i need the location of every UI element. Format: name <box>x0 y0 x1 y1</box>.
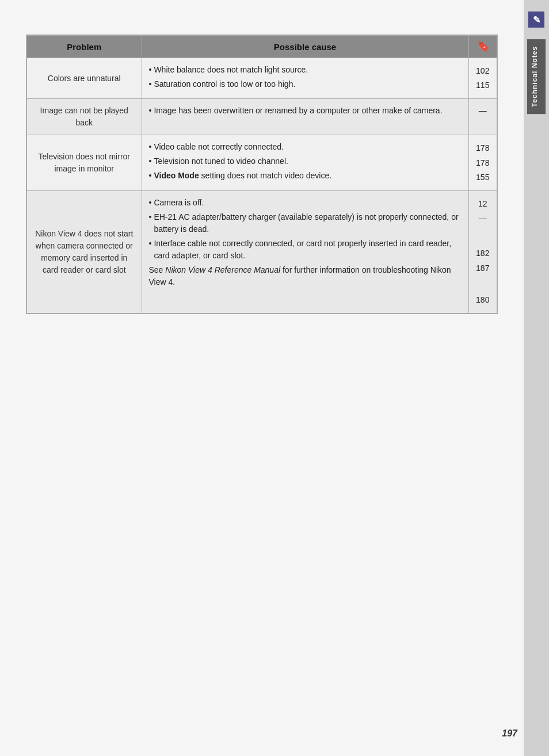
table-row: Image can not be played back • Image has… <box>26 99 497 135</box>
cause-item: • Camera is off. <box>149 197 462 209</box>
svg-text:🔖: 🔖 <box>477 40 490 52</box>
bullet-icon: • <box>149 197 152 209</box>
cause-item: • Image has been overwritten or renamed … <box>149 105 462 117</box>
bullet-icon: • <box>149 211 152 223</box>
problem-cell-1: Colors are unnatural <box>26 58 142 99</box>
cause-item: • EH-21 AC adapter/battery charger (avai… <box>149 211 462 235</box>
cause-item: • Interface cable not correctly connecte… <box>149 238 462 262</box>
page-cell-4: 12 — 182 187 180 <box>468 190 497 313</box>
sidebar-tab-label: Technical Notes <box>527 39 546 114</box>
sidebar-icon: ✎ <box>528 12 544 28</box>
bullet-icon: • <box>149 105 152 117</box>
cause-item: • Video Mode setting does not match vide… <box>149 170 462 182</box>
page-cell-2: — <box>468 99 497 135</box>
content-area: Problem Possible cause 🔖 Colors are unna… <box>26 35 498 314</box>
cause-item: • Saturation control is too low or too h… <box>149 78 462 90</box>
cause-item: • White balance does not match light sou… <box>149 64 462 76</box>
problem-column-header: Problem <box>26 35 142 58</box>
problem-cell-2: Image can not be played back <box>26 99 142 135</box>
bullet-icon: • <box>149 78 152 90</box>
cause-cell-3: • Video cable not correctly connected. •… <box>142 135 468 191</box>
cause-cell-1: • White balance does not match light sou… <box>142 58 468 99</box>
bullet-icon: • <box>149 141 152 153</box>
cause-column-header: Possible cause <box>142 35 468 58</box>
cause-item: See Nikon View 4 Reference Manual for fu… <box>149 264 462 288</box>
bullet-icon: • <box>149 170 152 182</box>
problem-cell-4: Nikon View 4 does not start when camera … <box>26 190 142 313</box>
cause-cell-4: • Camera is off. • EH-21 AC adapter/batt… <box>142 190 468 313</box>
table-row: Television does not mirror image in moni… <box>26 135 497 191</box>
problem-cell-3: Television does not mirror image in moni… <box>26 135 142 191</box>
bullet-icon: • <box>149 64 152 76</box>
table-row: Colors are unnatural • White balance doe… <box>26 58 497 99</box>
sidebar: ✎ Technical Notes <box>524 0 549 756</box>
cause-cell-2: • Image has been overwritten or renamed … <box>142 99 468 135</box>
cause-item: • Video cable not correctly connected. <box>149 141 462 153</box>
page-number: 197 <box>502 728 517 739</box>
page-cell-3: 178 178 155 <box>468 135 497 191</box>
table-row: Nikon View 4 does not start when camera … <box>26 190 497 313</box>
bullet-icon: • <box>149 238 152 250</box>
bullet-icon: • <box>149 155 152 167</box>
cause-item: • Television not tuned to video channel. <box>149 155 462 167</box>
troubleshooting-table: Problem Possible cause 🔖 Colors are unna… <box>26 35 498 314</box>
page-cell-1: 102 115 <box>468 58 497 99</box>
page-column-header: 🔖 <box>468 35 497 58</box>
